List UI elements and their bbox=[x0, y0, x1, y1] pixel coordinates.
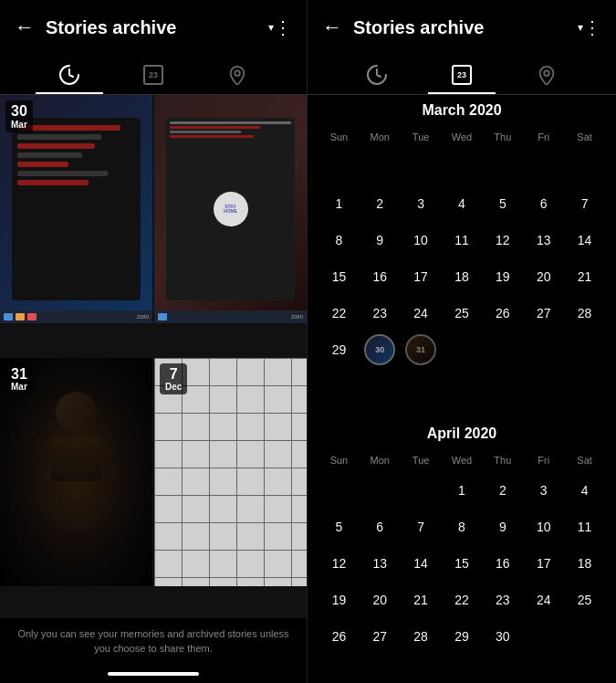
apr-day-25[interactable]: 25 bbox=[569, 583, 601, 616]
recent-icon-right bbox=[366, 64, 388, 86]
apr-day-17[interactable]: 17 bbox=[527, 547, 560, 580]
tab-calendar-left[interactable]: 23 bbox=[111, 55, 195, 94]
tab-calendar-right[interactable]: 23 bbox=[420, 55, 505, 94]
day-26[interactable]: 26 bbox=[486, 297, 519, 330]
grid-item-1[interactable]: 2080 30 Mar bbox=[0, 95, 152, 323]
apr-day-3[interactable]: 3 bbox=[527, 474, 560, 507]
apr-day-27[interactable]: 27 bbox=[363, 620, 396, 653]
tab-recent-left[interactable] bbox=[27, 55, 111, 94]
apr-day-13[interactable]: 13 bbox=[363, 547, 396, 580]
stories-grid: 2080 30 Mar STAY bbox=[0, 95, 307, 618]
day-18[interactable]: 18 bbox=[445, 260, 478, 293]
taskbar-1: 2080 bbox=[0, 310, 152, 323]
grid-item-3[interactable]: 31 Mar bbox=[0, 358, 152, 586]
tab-recent-right[interactable] bbox=[335, 55, 420, 94]
apr-day-14[interactable]: 14 bbox=[404, 547, 437, 580]
day-20[interactable]: 20 bbox=[527, 260, 560, 293]
day-15[interactable]: 15 bbox=[322, 260, 355, 293]
april-days: 1 2 3 4 5 6 7 8 9 10 11 12 13 14 15 16 1… bbox=[318, 473, 605, 654]
day-empty bbox=[404, 151, 437, 184]
wd-fri: Fri bbox=[523, 130, 564, 144]
day-5[interactable]: 5 bbox=[486, 187, 519, 220]
apr-day-29[interactable]: 29 bbox=[445, 620, 478, 653]
apr-day-23[interactable]: 23 bbox=[486, 583, 519, 616]
day-22[interactable]: 22 bbox=[322, 297, 355, 330]
day-28[interactable]: 28 bbox=[569, 297, 601, 330]
day-6[interactable]: 6 bbox=[527, 187, 560, 220]
day-11[interactable]: 11 bbox=[445, 224, 478, 257]
grid-item-4[interactable]: 7 Dec bbox=[154, 358, 307, 586]
april-title: April 2020 bbox=[318, 426, 605, 442]
apr-day-11[interactable]: 11 bbox=[569, 510, 601, 543]
day-8[interactable]: 8 bbox=[322, 224, 355, 257]
calendar-icon-left: 23 bbox=[143, 65, 163, 85]
apr-day-12[interactable]: 12 bbox=[322, 547, 355, 580]
day-31-story[interactable]: 31 bbox=[404, 333, 437, 366]
day-13[interactable]: 13 bbox=[527, 224, 560, 257]
tab-location-right[interactable] bbox=[504, 55, 589, 94]
apr-day-18[interactable]: 18 bbox=[569, 547, 601, 580]
apr-day-21[interactable]: 21 bbox=[404, 583, 437, 616]
day-27[interactable]: 27 bbox=[527, 297, 560, 330]
apr-day-15[interactable]: 15 bbox=[445, 547, 478, 580]
more-button-left[interactable]: ⋮ bbox=[274, 16, 292, 38]
day-19[interactable]: 19 bbox=[486, 260, 519, 293]
day-empty bbox=[445, 151, 478, 184]
day-12[interactable]: 12 bbox=[486, 224, 519, 257]
day-14[interactable]: 14 bbox=[569, 224, 601, 257]
calendar-icon-right: 23 bbox=[452, 65, 472, 85]
story-avatar-30: 30 bbox=[364, 334, 395, 365]
day-1[interactable]: 1 bbox=[322, 187, 355, 220]
wd-sat: Sat bbox=[564, 130, 605, 144]
march-weekdays: Sun Mon Tue Wed Thu Fri Sat bbox=[318, 130, 605, 144]
wd-wed: Wed bbox=[442, 130, 483, 144]
story-date-3: 31 Mar bbox=[5, 363, 33, 395]
more-button-right[interactable]: ⋮ bbox=[583, 16, 601, 38]
day-empty bbox=[322, 370, 355, 403]
apr-day-28[interactable]: 28 bbox=[404, 620, 437, 653]
day-21[interactable]: 21 bbox=[569, 260, 601, 293]
apr-day-5[interactable]: 5 bbox=[322, 510, 355, 543]
apr-day-2[interactable]: 2 bbox=[486, 474, 519, 507]
apr-day-20[interactable]: 20 bbox=[363, 583, 396, 616]
right-tabs: 23 bbox=[308, 55, 616, 95]
apr-day-4[interactable]: 4 bbox=[569, 474, 601, 507]
apr-day-6[interactable]: 6 bbox=[363, 510, 396, 543]
day-25[interactable]: 25 bbox=[445, 297, 478, 330]
wd-tue: Tue bbox=[401, 130, 442, 144]
day-3[interactable]: 3 bbox=[404, 187, 437, 220]
day-empty bbox=[527, 333, 560, 366]
apr-day-8[interactable]: 8 bbox=[445, 510, 478, 543]
day-9[interactable]: 9 bbox=[363, 224, 396, 257]
apr-day-19[interactable]: 19 bbox=[322, 583, 355, 616]
back-button-left[interactable]: ← bbox=[15, 16, 35, 39]
day-4[interactable]: 4 bbox=[445, 187, 478, 220]
day-2[interactable]: 2 bbox=[363, 187, 396, 220]
day-29[interactable]: 29 bbox=[322, 333, 355, 366]
apr-day-10[interactable]: 10 bbox=[527, 510, 560, 543]
apr-day-7[interactable]: 7 bbox=[404, 510, 437, 543]
recent-icon-left bbox=[58, 64, 80, 86]
taskbar-2: 2080 bbox=[154, 310, 307, 323]
apr-day-30[interactable]: 30 bbox=[486, 620, 519, 653]
apr-day-24[interactable]: 24 bbox=[527, 583, 560, 616]
apr-day-1[interactable]: 1 bbox=[445, 474, 478, 507]
day-7[interactable]: 7 bbox=[569, 187, 601, 220]
apr-day-22[interactable]: 22 bbox=[445, 583, 478, 616]
right-panel: ← Stories archive ▾ ⋮ 23 March 2020 bbox=[308, 0, 616, 683]
day-10[interactable]: 10 bbox=[404, 224, 437, 257]
apr-day-26[interactable]: 26 bbox=[322, 620, 355, 653]
calendar-scroll[interactable]: March 2020 Sun Mon Tue Wed Thu Fri Sat bbox=[308, 95, 616, 683]
day-30-story[interactable]: 30 bbox=[363, 333, 396, 366]
day-24[interactable]: 24 bbox=[404, 297, 437, 330]
day-17[interactable]: 17 bbox=[404, 260, 437, 293]
grid-item-2[interactable]: STAYHOME 2080 bbox=[154, 95, 307, 323]
tab-location-left[interactable] bbox=[195, 55, 279, 94]
day-23[interactable]: 23 bbox=[363, 297, 396, 330]
apr-day-16[interactable]: 16 bbox=[486, 547, 519, 580]
back-button-right[interactable]: ← bbox=[322, 16, 342, 39]
day-16[interactable]: 16 bbox=[363, 260, 396, 293]
bottom-bar-left bbox=[0, 665, 307, 683]
stay-home-badge: STAYHOME bbox=[214, 192, 248, 226]
apr-day-9[interactable]: 9 bbox=[486, 510, 519, 543]
